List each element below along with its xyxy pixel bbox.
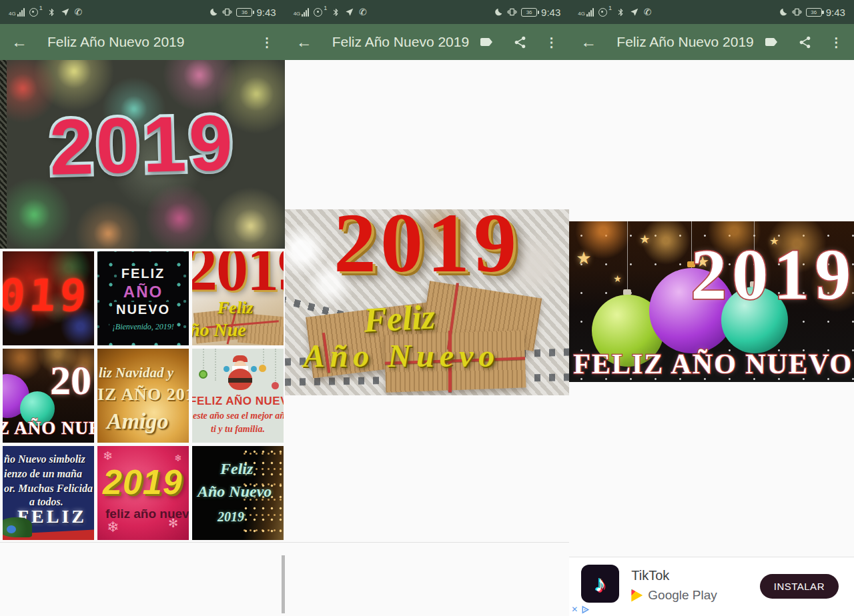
caption-text: feliz año nuevo xyxy=(105,507,189,520)
screen: 4G 1 ✆ 36 xyxy=(0,0,854,616)
whatsapp-icon: ✆ xyxy=(75,7,83,17)
thumbnail-rosa[interactable]: ❄ ❄ ❄ ✻ 2019 feliz año nuevo xyxy=(97,446,189,540)
sim-indicator: 1 xyxy=(608,5,612,11)
feliz-text: FELIZ xyxy=(117,266,169,281)
clock-digits-text: 019 xyxy=(3,274,92,318)
hanging-string xyxy=(275,349,276,383)
year-text: 2019 xyxy=(192,251,284,301)
mensaje-line2: ienzo de un maña xyxy=(4,469,82,479)
ad-close-icon[interactable]: ✕ xyxy=(571,605,578,614)
page-title: Feliz Año Nuevo 2019 xyxy=(47,34,184,50)
status-left-cluster: 4G 1 ✆ xyxy=(294,7,367,17)
app-bar: ← Feliz Año Nuevo 2019 ⋮ xyxy=(285,24,570,60)
app-bar: ← Feliz Año Nuevo 2019 ⋮ xyxy=(0,24,285,60)
panel-grid-view: 4G 1 ✆ 36 xyxy=(0,0,285,616)
status-right-cluster: 36 9:43 xyxy=(493,7,560,18)
star-icon: ★ xyxy=(576,248,591,269)
ornament-string xyxy=(627,221,628,300)
thumbnail-santa[interactable]: FELIZ AÑO NUEV este año sea el mejor añ … xyxy=(192,349,284,443)
hero-year-text: 2019 xyxy=(0,101,285,187)
year-script-text: 2019 xyxy=(218,510,244,523)
amigo-text: Amigo xyxy=(107,410,169,433)
battery-percent: 36 xyxy=(242,9,248,15)
navidad-text: liz Navidad y xyxy=(99,366,173,380)
thumbnail-bienvenido[interactable]: FELIZ AÑO NUEVO ¡Bienvenido, 2019! xyxy=(97,251,189,345)
thumbnail-ornaments-crop[interactable]: 20 Z AÑO NUEVO xyxy=(3,349,94,443)
wallpaper-gifts-2019[interactable]: 2019 Feliz Año Nuevo xyxy=(285,209,570,395)
content-bottom-divider xyxy=(0,542,285,543)
thumbnail-clock-lights[interactable]: 019 xyxy=(3,251,94,345)
snowflake-icon: ❄ xyxy=(174,453,182,463)
bluetooth-icon xyxy=(332,7,340,17)
tiktok-app-icon[interactable]: ♪ xyxy=(581,565,619,603)
google-play-link[interactable]: Google Play xyxy=(631,588,717,603)
status-bar: 4G 1 ✆ 36 xyxy=(0,0,285,24)
panel-detail-ornaments: 4G 1 ✆ 36 xyxy=(569,0,854,616)
mensaje-line3: or. Muchas Felicida xyxy=(4,483,93,494)
ano-2019-text: IZ AÑO 2019 xyxy=(97,386,189,403)
thumbnail-gifts-crop[interactable]: 2019 Feliz ño Nue xyxy=(192,251,284,345)
hanging-string xyxy=(203,349,204,371)
star-icon: ★ xyxy=(639,232,650,247)
familia-text: ti y tu familia. xyxy=(211,425,265,434)
vibrate-icon xyxy=(507,7,517,17)
google-play-icon xyxy=(631,589,643,602)
location-share-icon xyxy=(61,7,70,17)
page-title: Feliz Año Nuevo 2019 xyxy=(332,34,469,50)
mensaje-line1: ño Nuevo simboliz xyxy=(4,454,85,465)
panel-detail-gifts: 4G 1 ✆ 36 xyxy=(285,0,570,616)
moon-icon xyxy=(493,7,503,17)
signal-icon: 4G xyxy=(294,8,310,17)
year-text: 20 xyxy=(50,359,91,401)
overflow-menu-icon[interactable]: ⋮ xyxy=(545,35,558,50)
data-saver-icon xyxy=(598,8,607,17)
label-icon[interactable] xyxy=(479,34,495,50)
status-left-cluster: 4G 1 ✆ xyxy=(578,7,651,17)
share-icon[interactable] xyxy=(513,35,527,49)
network-type-label: 4G xyxy=(9,11,16,17)
signal-icon: 4G xyxy=(578,8,594,17)
adchoices-icon[interactable] xyxy=(581,605,590,614)
caption-text: Z AÑO NUEVO xyxy=(3,419,94,437)
network-type-label: 4G xyxy=(578,11,585,17)
ad-app-name[interactable]: TikTok xyxy=(631,568,669,583)
battery-percent: 36 xyxy=(811,9,817,15)
label-icon[interactable] xyxy=(764,34,780,50)
install-button[interactable]: INSTALAR xyxy=(760,574,839,599)
page-title: Feliz Año Nuevo 2019 xyxy=(616,34,753,50)
back-arrow-icon[interactable]: ← xyxy=(580,34,596,50)
wish-line-text: este año sea el mejor añ xyxy=(193,411,284,421)
green-ornament xyxy=(199,370,207,379)
feliz-script-text: Feliz xyxy=(218,299,253,317)
scrollbar-thumb[interactable] xyxy=(282,555,285,613)
battery-icon: 36 xyxy=(806,8,822,17)
app-bar: ← Feliz Año Nuevo 2019 ⋮ xyxy=(569,24,854,60)
overflow-menu-icon[interactable]: ⋮ xyxy=(830,35,843,50)
data-saver-icon xyxy=(29,8,38,17)
wallpaper-ornaments-2019[interactable]: ★ ★ ★ ★ ★ 2019 FELIZ AÑO NUEVO xyxy=(569,221,854,382)
thumbnail-sparkler[interactable]: Feliz Año Nuevo 2019 xyxy=(192,446,284,540)
status-bar: 4G 1 ✆ 36 xyxy=(285,0,570,24)
back-arrow-icon[interactable]: ← xyxy=(11,34,27,50)
thumbnail-mensaje[interactable]: ño Nuevo simboliz ienzo de un maña or. M… xyxy=(3,446,94,540)
feliz-ano-nuevo-text: FELIZ AÑO NUEV xyxy=(192,395,284,407)
battery-percent: 36 xyxy=(526,9,532,15)
hero-wallpaper-fireworks[interactable]: 2019 xyxy=(0,60,285,249)
gold-ornament xyxy=(259,365,266,372)
share-icon[interactable] xyxy=(798,35,812,49)
music-note-icon: ♪ xyxy=(594,571,606,597)
status-bar: 4G 1 ✆ 36 xyxy=(569,0,854,24)
location-share-icon xyxy=(345,7,354,17)
blue-bird xyxy=(7,525,16,533)
thumbnail-amigo[interactable]: liz Navidad y IZ AÑO 2019 Amigo xyxy=(97,349,189,443)
overflow-menu-icon[interactable]: ⋮ xyxy=(261,35,274,50)
back-arrow-icon[interactable]: ← xyxy=(296,34,312,50)
star-icon: ★ xyxy=(613,273,622,284)
ad-banner[interactable]: ♪ TikTok Google Play INSTALAR ✕ xyxy=(569,557,854,616)
sim-indicator: 1 xyxy=(324,5,327,11)
vibrate-icon xyxy=(792,7,802,17)
ano-nuevo-script-text: Año Nuevo xyxy=(197,483,272,499)
sim-indicator: 1 xyxy=(39,5,43,11)
snowflake-icon: ❄ xyxy=(107,519,119,536)
battery-icon: 36 xyxy=(236,8,252,17)
